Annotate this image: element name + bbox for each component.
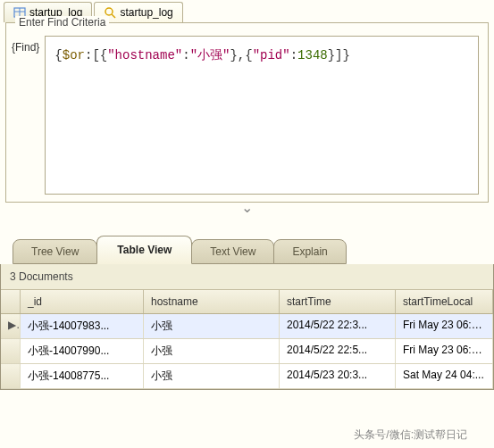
cell-id: 小强-14008775... [21,364,144,388]
row-marker [1,339,21,363]
cell-starttime: 2014/5/22 22:5... [280,339,396,363]
cell-starttime: 2014/5/22 22:3... [280,314,396,338]
col-id[interactable]: _id [21,290,144,313]
tab-text-view[interactable]: Text View [191,239,274,264]
cell-starttimelocal: Fri May 23 06:5... [396,339,493,363]
table-row[interactable]: 小强-14007990... 小强 2014/5/22 22:5... Fri … [1,339,493,364]
col-starttimelocal[interactable]: startTimeLocal [396,290,493,313]
tab-label: startup_log [120,6,172,19]
document-count: 3 Documents [1,264,493,290]
cell-id: 小强-14007983... [21,314,144,338]
row-marker [1,364,21,388]
watermark: 头条号/微信:测试帮日记 [354,427,467,443]
cell-starttime: 2014/5/23 20:3... [280,364,396,388]
tab-table-view[interactable]: Table View [96,236,192,264]
table-row[interactable]: ▶ 小强-14007983... 小强 2014/5/22 22:3... Fr… [1,314,493,339]
results-panel: 3 Documents _id hostname startTime start… [0,264,494,390]
cell-hostname: 小强 [144,339,280,363]
svg-point-3 [105,8,113,15]
fieldset-legend: Enter Find Criteria [15,16,109,29]
cell-hostname: 小强 [144,314,280,338]
cell-id: 小强-14007990... [21,339,144,363]
view-tabs: Tree View Table View Text View Explain [0,216,494,264]
row-caret-icon: ▶ [1,314,21,338]
cell-hostname: 小强 [144,364,280,388]
tab-explain[interactable]: Explain [273,239,346,264]
cell-starttimelocal: Sat May 24 04:... [396,364,493,388]
svg-line-4 [112,14,115,18]
results-grid: _id hostname startTime startTimeLocal ▶ … [1,290,493,389]
tab-tree-view[interactable]: Tree View [13,239,97,264]
grid-header: _id hostname startTime startTimeLocal [1,290,493,314]
query-input[interactable]: {$or:[{"hostname":"小强"},{"pid":1348}]} [45,36,479,195]
find-label: {Find} [12,36,39,54]
table-row[interactable]: 小强-14008775... 小强 2014/5/23 20:3... Sat … [1,364,493,389]
col-hostname[interactable]: hostname [144,290,280,313]
find-criteria-fieldset: Enter Find Criteria {Find} {$or:[{"hostn… [5,22,489,203]
cell-starttimelocal: Fri May 23 06:3... [396,314,493,338]
col-marker[interactable] [1,290,21,313]
col-starttime[interactable]: startTime [280,290,396,313]
